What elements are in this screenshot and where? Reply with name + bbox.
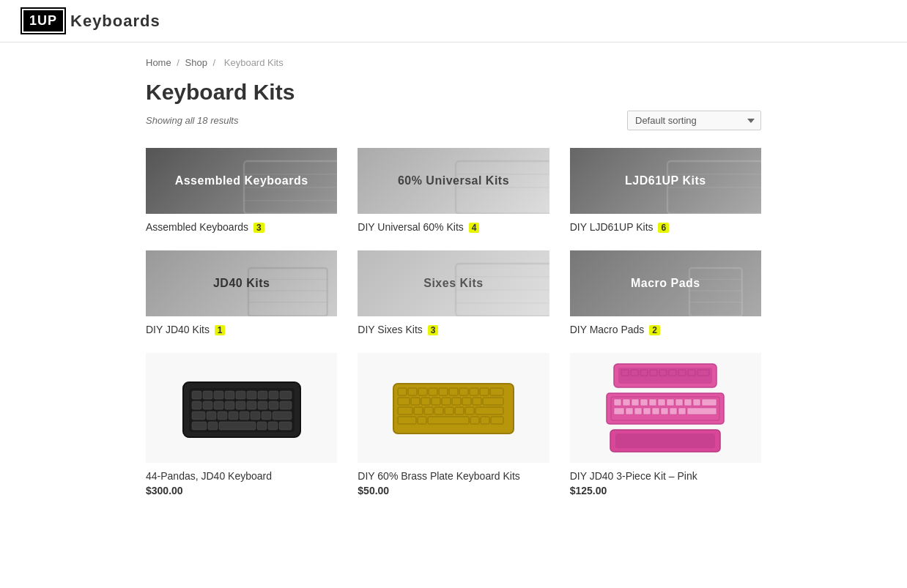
svg-rect-113 — [702, 399, 717, 406]
svg-rect-122 — [687, 408, 717, 414]
breadcrumb-home[interactable]: Home — [146, 57, 171, 68]
svg-rect-10 — [248, 268, 327, 316]
svg-rect-109 — [667, 399, 674, 406]
svg-rect-49 — [273, 412, 292, 420]
svg-rect-29 — [247, 391, 256, 399]
svg-rect-41 — [280, 401, 292, 409]
product-img-jd40-pink — [570, 353, 761, 463]
category-card-jd40[interactable]: JD40 Kits DIY JD40 Kits 1 — [146, 250, 337, 335]
svg-rect-53 — [257, 422, 267, 430]
category-name-assembled: Assembled Keyboards 3 — [146, 221, 337, 233]
svg-rect-121 — [678, 408, 686, 414]
category-card-sixes[interactable]: Sixes Kits DIY Sixes Kits 3 — [358, 250, 549, 335]
svg-rect-124 — [615, 433, 715, 448]
category-count-universal60: 4 — [469, 223, 480, 233]
category-card-macropads[interactable]: Macro Pads DIY Macro Pads 2 — [570, 250, 761, 335]
logo-box: 1UP — [22, 9, 64, 33]
category-img-assembled: Assembled Keyboards — [146, 148, 337, 214]
category-name-sixes: DIY Sixes Kits 3 — [358, 324, 549, 335]
breadcrumb-shop[interactable]: Shop — [185, 57, 207, 68]
svg-rect-48 — [262, 412, 271, 420]
svg-rect-18 — [689, 268, 742, 316]
svg-rect-50 — [192, 422, 207, 430]
product-name-jd40-pink: DIY JD40 3-Piece Kit – Pink — [570, 470, 761, 482]
svg-rect-118 — [652, 408, 659, 414]
category-name-macropads: DIY Macro Pads 2 — [570, 324, 761, 335]
svg-rect-26 — [214, 391, 223, 399]
svg-rect-108 — [658, 399, 665, 406]
results-count: Showing all 18 results — [146, 115, 238, 126]
svg-rect-110 — [675, 399, 683, 406]
svg-rect-107 — [649, 399, 656, 406]
product-card-pandas-jd40[interactable]: 44-Pandas, JD40 Keyboard $300.00 — [146, 353, 337, 496]
svg-rect-45 — [229, 412, 238, 420]
product-name-brass-plate: DIY 60% Brass Plate Keyboard Kits — [358, 470, 549, 482]
product-img-brass-plate — [358, 353, 549, 463]
svg-rect-112 — [693, 399, 700, 406]
svg-rect-105 — [632, 399, 639, 406]
category-count-assembled: 3 — [253, 223, 264, 233]
category-count-macropads: 2 — [649, 325, 660, 335]
svg-rect-120 — [670, 408, 677, 414]
toolbar: Showing all 18 results Default sorting S… — [146, 111, 761, 130]
product-card-jd40-pink[interactable]: DIY JD40 3-Piece Kit – Pink $125.00 — [570, 353, 761, 496]
breadcrumb-sep2: / — [213, 57, 218, 68]
svg-rect-40 — [269, 401, 278, 409]
category-count-ljd61up: 6 — [658, 223, 669, 233]
svg-rect-104 — [623, 399, 630, 406]
svg-rect-114 — [614, 408, 624, 414]
product-svg-jd40-pink — [599, 360, 731, 455]
category-card-ljd61up[interactable]: LJD61UP Kits DIY LJD61UP Kits 6 — [570, 148, 761, 233]
svg-rect-31 — [269, 391, 278, 399]
svg-rect-25 — [203, 391, 212, 399]
product-img-pandas-jd40 — [146, 353, 337, 463]
svg-rect-52 — [219, 422, 256, 430]
svg-rect-43 — [207, 412, 216, 420]
svg-rect-44 — [218, 412, 227, 420]
site-header: 1UP Keyboards — [0, 0, 907, 42]
logo-link[interactable]: 1UP Keyboards — [22, 9, 160, 33]
breadcrumb-current: Keyboard Kits — [224, 57, 284, 68]
product-price-brass-plate: $50.00 — [358, 485, 549, 496]
product-name-pandas-jd40: 44-Pandas, JD40 Keyboard — [146, 470, 337, 482]
category-card-universal60[interactable]: 60% Universal Kits DIY Universal 60% Kit… — [358, 148, 549, 233]
main-content: Home / Shop / Keyboard Kits Keyboard Kit… — [124, 42, 783, 540]
breadcrumb-sep1: / — [177, 57, 182, 68]
category-count-jd40: 1 — [215, 325, 226, 335]
product-price-pandas-jd40: $300.00 — [146, 485, 337, 496]
svg-rect-111 — [684, 399, 692, 406]
svg-rect-116 — [634, 408, 642, 414]
svg-rect-47 — [251, 412, 260, 420]
category-img-ljd61up: LJD61UP Kits — [570, 148, 761, 214]
category-name-universal60: DIY Universal 60% Kits 4 — [358, 221, 549, 233]
svg-rect-119 — [661, 408, 668, 414]
page-title: Keyboard Kits — [146, 80, 761, 105]
svg-rect-27 — [225, 391, 234, 399]
sort-select[interactable]: Default sorting Sort by popularity Sort … — [627, 111, 761, 130]
svg-rect-54 — [268, 422, 278, 430]
category-name-jd40: DIY JD40 Kits 1 — [146, 324, 337, 335]
svg-rect-24 — [192, 391, 201, 399]
category-card-assembled[interactable]: Assembled Keyboards Assembled Keyboards … — [146, 148, 337, 233]
svg-rect-33 — [192, 401, 201, 409]
product-card-brass-plate[interactable]: DIY 60% Brass Plate Keyboard Kits $50.00 — [358, 353, 549, 496]
category-count-sixes: 3 — [428, 325, 439, 335]
svg-rect-35 — [214, 401, 223, 409]
svg-rect-39 — [258, 401, 267, 409]
product-svg-brass-plate — [388, 368, 519, 448]
category-img-macropads: Macro Pads — [570, 250, 761, 316]
category-img-universal60: 60% Universal Kits — [358, 148, 549, 214]
product-grid: Assembled Keyboards Assembled Keyboards … — [146, 148, 761, 496]
svg-rect-117 — [643, 408, 651, 414]
svg-rect-37 — [236, 401, 245, 409]
category-name-ljd61up: DIY LJD61UP Kits 6 — [570, 221, 761, 233]
svg-rect-36 — [225, 401, 234, 409]
svg-rect-38 — [247, 401, 256, 409]
svg-rect-51 — [208, 422, 218, 430]
product-svg-pandas-jd40 — [176, 368, 308, 448]
category-img-sixes: Sixes Kits — [358, 250, 549, 316]
product-price-jd40-pink: $125.00 — [570, 485, 761, 496]
svg-rect-32 — [280, 391, 292, 399]
svg-rect-55 — [279, 422, 292, 430]
svg-rect-28 — [236, 391, 245, 399]
